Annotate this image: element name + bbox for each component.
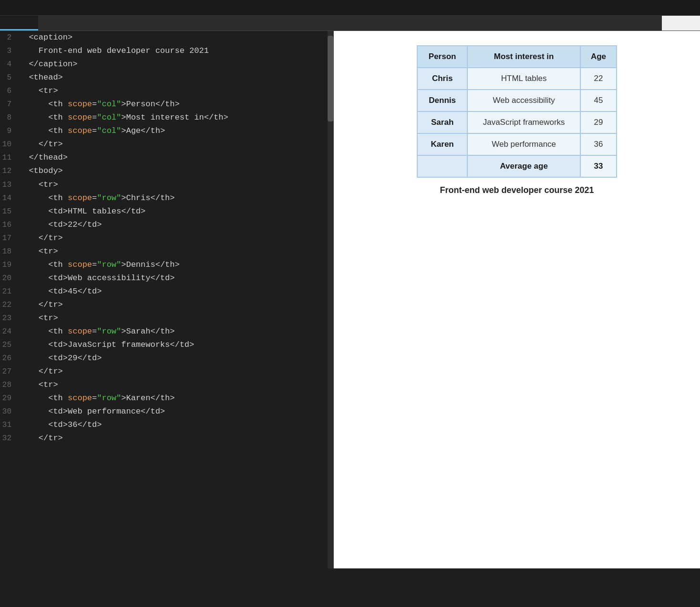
code-token: >Most interest in</th> — [121, 113, 228, 122]
tab-output[interactable] — [662, 16, 700, 30]
line-number: 26 — [0, 352, 19, 364]
line-number: 16 — [0, 219, 19, 231]
code-token: >Sarah</th> — [121, 327, 175, 336]
code-line: 15 <td>HTML tables</td> — [0, 205, 333, 218]
code-line: 6 <tr> — [0, 84, 333, 98]
line-content: <tr> — [19, 178, 58, 192]
code-token: "col" — [97, 113, 121, 122]
line-number: 21 — [0, 285, 19, 298]
line-number: 8 — [0, 111, 19, 124]
line-content: </thead> — [19, 151, 68, 164]
line-content: <td>22</td> — [19, 218, 102, 232]
code-token: "row" — [97, 260, 121, 269]
code-token: scope — [68, 126, 92, 135]
footer-label: Average age — [467, 155, 580, 177]
main-area: 2 <caption>3 Front-end web developer cou… — [0, 31, 700, 568]
line-content: </tr> — [19, 298, 63, 312]
table-foot: Average age 33 — [417, 155, 617, 177]
code-line: 20 <td>Web accessibility</td> — [0, 272, 333, 285]
code-token: = — [92, 126, 97, 135]
code-token: <th — [19, 126, 68, 135]
col-header-age: Age — [580, 46, 617, 68]
line-content: <thead> — [19, 71, 63, 84]
code-line: 13 <tr> — [0, 178, 333, 192]
code-token: >Dennis</th> — [121, 260, 179, 269]
scrollbar-thumb[interactable] — [328, 36, 333, 121]
line-content: <td>HTML tables</td> — [19, 205, 145, 218]
code-token: Front-end web developer course 2021 — [19, 46, 209, 55]
code-line: 24 <th scope="row">Sarah</th> — [0, 325, 333, 338]
line-content: <td>36</td> — [19, 418, 102, 432]
line-number: 18 — [0, 245, 19, 258]
code-token: </tr> — [19, 233, 63, 243]
row-header-name: Karen — [417, 133, 467, 155]
code-token: <tr> — [19, 380, 58, 389]
row-header-name: Sarah — [417, 111, 467, 133]
code-line: 29 <th scope="row">Karen</th> — [0, 392, 333, 405]
code-token: scope — [68, 260, 92, 269]
code-token: </tr> — [19, 367, 63, 376]
code-line: 9 <th scope="col">Age</th> — [0, 124, 333, 138]
code-token: <td>JavaScript frameworks</td> — [19, 340, 194, 349]
code-token: <tr> — [19, 314, 58, 323]
line-number: 2 — [0, 31, 19, 44]
table-row: DennisWeb accessibility45 — [417, 90, 617, 111]
code-token: </tr> — [19, 300, 63, 309]
code-line: 10 </tr> — [0, 138, 333, 151]
line-content: </caption> — [19, 58, 77, 71]
code-token: <td>29</td> — [19, 354, 102, 363]
footer-empty — [417, 155, 467, 177]
output-inner: Front-end web developer course 2021 Pers… — [347, 40, 687, 195]
code-token: <tr> — [19, 86, 58, 95]
code-line: 21 <td>45</td> — [0, 285, 333, 298]
code-token: scope — [68, 193, 92, 202]
code-token: >Age</th> — [121, 126, 165, 135]
line-content: <th scope="row">Dennis</th> — [19, 258, 180, 272]
line-number: 5 — [0, 71, 19, 84]
code-line: 28 <tr> — [0, 378, 333, 392]
code-line: 23 <tr> — [0, 312, 333, 325]
line-content: <th scope="row">Karen</th> — [19, 392, 175, 405]
table-footer-row: Average age 33 — [417, 155, 617, 177]
line-content: <tbody> — [19, 164, 63, 178]
table-row: SarahJavaScript frameworks29 — [417, 111, 617, 133]
col-header-interest: Most interest in — [467, 46, 580, 68]
line-content: Front-end web developer course 2021 — [19, 44, 209, 58]
line-number: 22 — [0, 299, 19, 311]
code-line: 18 <tr> — [0, 245, 333, 258]
code-line: 8 <th scope="col">Most interest in</th> — [0, 111, 333, 124]
line-content: <td>Web accessibility</td> — [19, 272, 175, 285]
tab-css[interactable] — [38, 16, 76, 30]
row-cell-interest: Web performance — [467, 133, 580, 155]
line-number: 6 — [0, 85, 19, 97]
scrollbar[interactable] — [328, 31, 333, 568]
demo-table: Front-end web developer course 2021 Pers… — [417, 45, 617, 195]
code-token: </tr> — [19, 140, 63, 149]
line-content: </tr> — [19, 138, 63, 151]
code-line: 11 </thead> — [0, 151, 333, 164]
tab-html[interactable] — [0, 16, 38, 30]
code-token: "row" — [97, 193, 121, 202]
code-token: >Person</th> — [121, 100, 179, 109]
code-line: 19 <th scope="row">Dennis</th> — [0, 258, 333, 272]
code-token: <tr> — [19, 247, 58, 256]
code-line: 17 </tr> — [0, 232, 333, 245]
code-token: "col" — [97, 100, 121, 109]
row-cell-age: 45 — [580, 90, 617, 111]
code-token: = — [92, 327, 97, 336]
line-number: 13 — [0, 179, 19, 191]
code-line: 16 <td>22</td> — [0, 218, 333, 232]
code-editor[interactable]: 2 <caption>3 Front-end web developer cou… — [0, 31, 333, 445]
line-number: 31 — [0, 419, 19, 431]
code-token: <th — [19, 327, 68, 336]
row-cell-interest: JavaScript frameworks — [467, 111, 580, 133]
code-token: <tr> — [19, 180, 58, 189]
line-number: 24 — [0, 325, 19, 338]
line-number: 25 — [0, 339, 19, 351]
code-line: 30 <td>Web performance</td> — [0, 405, 333, 418]
code-line: 5 <thead> — [0, 71, 333, 84]
code-token: scope — [68, 113, 92, 122]
line-number: 19 — [0, 259, 19, 271]
line-content: <td>29</td> — [19, 352, 102, 365]
row-cell-interest: Web accessibility — [467, 90, 580, 111]
